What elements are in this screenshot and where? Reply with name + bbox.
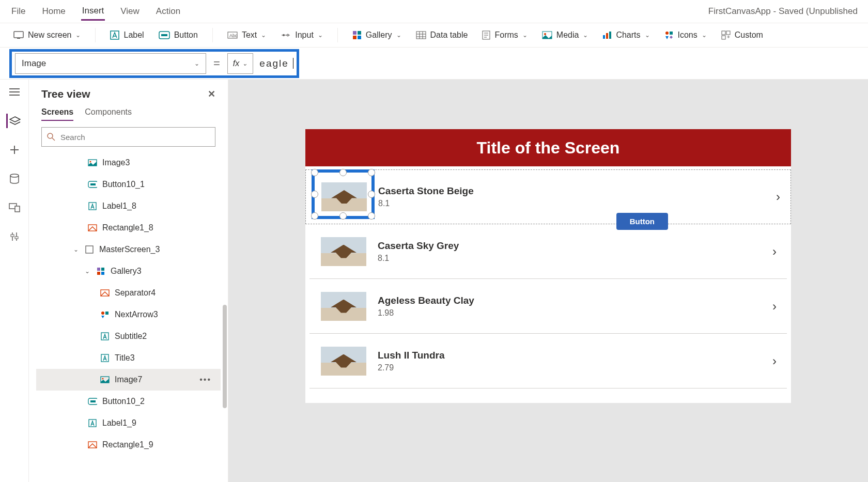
tools-icon bbox=[10, 231, 19, 242]
menu-file[interactable]: File bbox=[10, 3, 26, 20]
rect-icon bbox=[88, 440, 97, 449]
svg-rect-27 bbox=[609, 32, 611, 39]
button-button[interactable]: Button bbox=[159, 30, 198, 40]
svg-point-28 bbox=[665, 32, 669, 35]
separator bbox=[95, 28, 96, 42]
rail-hamburger[interactable] bbox=[7, 85, 22, 99]
tree-item-label: Separator4 bbox=[115, 288, 156, 298]
tab-components[interactable]: Components bbox=[85, 107, 132, 121]
rail-media[interactable] bbox=[7, 200, 22, 215]
chevron-down-icon: ⌄ bbox=[396, 32, 401, 39]
svg-point-8 bbox=[283, 34, 285, 36]
formula-input[interactable]: eagle bbox=[259, 57, 293, 69]
rail-data[interactable] bbox=[7, 172, 22, 186]
rail-insert[interactable] bbox=[7, 143, 22, 157]
search-input[interactable] bbox=[60, 133, 210, 142]
gallery-row[interactable]: Caserta Sky Grey8.1› bbox=[309, 224, 787, 279]
custom-icon: + bbox=[721, 30, 731, 40]
tree-item-button10_2[interactable]: Button10_2 bbox=[36, 391, 221, 412]
menu-home[interactable]: Home bbox=[41, 3, 66, 20]
tab-screens[interactable]: Screens bbox=[41, 107, 73, 121]
chevron-down-icon: ⌄ bbox=[645, 32, 650, 39]
tree-item-nextarrow3[interactable]: NextArrow3 bbox=[36, 304, 221, 325]
tree-item-label1_9[interactable]: Label1_9 bbox=[36, 412, 221, 434]
svg-rect-0 bbox=[14, 32, 23, 38]
tree-item-gallery3[interactable]: ⌄Gallery3 bbox=[36, 260, 221, 282]
svg-rect-10 bbox=[353, 31, 357, 35]
data-table-button[interactable]: Data table bbox=[416, 30, 468, 40]
property-value: Image bbox=[22, 58, 46, 69]
chevron-down-icon: ⌄ bbox=[75, 32, 81, 39]
tree-item-label: Label1_9 bbox=[102, 418, 136, 428]
svg-point-24 bbox=[544, 33, 546, 35]
tree-item-label1_8[interactable]: Label1_8 bbox=[36, 195, 221, 217]
text-label: Text bbox=[242, 30, 257, 40]
new-screen-button[interactable]: New screen ⌄ bbox=[13, 30, 81, 40]
screen-title-bar: Title of the Screen bbox=[305, 129, 791, 166]
svg-rect-55 bbox=[97, 268, 100, 271]
tree-item-separator4[interactable]: Separator4 bbox=[36, 282, 221, 304]
chevron-right-icon[interactable]: › bbox=[772, 354, 777, 368]
tree-item-label: Label1_8 bbox=[102, 201, 136, 211]
icons-icon bbox=[664, 30, 674, 40]
menu-insert[interactable]: Insert bbox=[81, 3, 105, 21]
formula-highlight: Image ⌄ = fx ⌄ eagle bbox=[9, 49, 299, 78]
property-selector[interactable]: Image ⌄ bbox=[15, 53, 206, 74]
canvas-button[interactable]: Button bbox=[616, 213, 668, 230]
tree-item-label: Button10_2 bbox=[102, 397, 145, 406]
table-icon bbox=[416, 31, 426, 39]
selection-highlight bbox=[312, 169, 375, 219]
menu-view[interactable]: View bbox=[119, 3, 141, 20]
tree-item-label: Button10_1 bbox=[102, 180, 145, 189]
chevron-down-icon: ⌄ bbox=[583, 32, 588, 39]
chevron-right-icon[interactable]: › bbox=[776, 190, 780, 204]
app-canvas[interactable]: Title of the Screen Caserta Stone Beige8… bbox=[305, 129, 791, 403]
data-table-label: Data table bbox=[430, 30, 468, 40]
icons-dropdown[interactable]: Icons ⌄ bbox=[664, 30, 707, 40]
tree-item-subtitle2[interactable]: Subtitle2 bbox=[36, 325, 221, 347]
gallery-row[interactable]: Lush II Tundra2.79› bbox=[309, 334, 787, 388]
tree-item-masterscreen_3[interactable]: ⌄MasterScreen_3 bbox=[36, 239, 221, 260]
media-dropdown[interactable]: Media ⌄ bbox=[542, 30, 588, 40]
custom-button[interactable]: + Custom bbox=[721, 30, 763, 40]
chevron-down-icon: ⌄ bbox=[261, 32, 266, 39]
tree-item-rectangle1_8[interactable]: Rectangle1_8 bbox=[36, 217, 221, 239]
svg-text:+: + bbox=[727, 34, 730, 40]
app-title: FirstCanvasApp - Saved (Unpublished bbox=[708, 6, 858, 17]
text-dropdown[interactable]: Abc Text ⌄ bbox=[227, 30, 266, 40]
forms-dropdown[interactable]: Forms ⌄ bbox=[482, 30, 527, 40]
row-image bbox=[321, 237, 366, 266]
input-dropdown[interactable]: Input ⌄ bbox=[281, 30, 323, 40]
tree-item-rectangle1_9[interactable]: Rectangle1_9 bbox=[36, 434, 221, 456]
separator bbox=[337, 28, 338, 42]
svg-rect-29 bbox=[670, 32, 673, 35]
scrollbar-thumb[interactable] bbox=[223, 305, 227, 408]
rail-tree-view[interactable] bbox=[6, 114, 21, 128]
gallery-row[interactable]: Ageless Beauty Clay1.98› bbox=[309, 279, 787, 334]
button-icon bbox=[88, 180, 97, 189]
formula-bar: Image ⌄ = fx ⌄ eagle bbox=[0, 48, 868, 80]
svg-rect-41 bbox=[15, 206, 20, 212]
search-box[interactable] bbox=[41, 127, 215, 147]
label-button[interactable]: Label bbox=[110, 30, 144, 40]
menu-bar-items: File Home Insert View Action bbox=[10, 3, 181, 21]
database-icon bbox=[10, 174, 19, 184]
chevron-right-icon[interactable]: › bbox=[772, 244, 777, 259]
rail-tools[interactable] bbox=[7, 229, 22, 244]
svg-rect-54 bbox=[86, 246, 93, 253]
tree-item-button10_1[interactable]: Button10_1 bbox=[36, 174, 221, 195]
row-subtitle: 8.1 bbox=[378, 254, 459, 263]
fx-button[interactable]: fx ⌄ bbox=[227, 53, 253, 74]
tree-item-title3[interactable]: Title3 bbox=[36, 347, 221, 369]
charts-dropdown[interactable]: Charts ⌄ bbox=[602, 30, 649, 40]
chevron-right-icon[interactable]: › bbox=[772, 299, 777, 314]
menu-action[interactable]: Action bbox=[155, 3, 181, 20]
more-icon[interactable]: ••• bbox=[199, 375, 211, 384]
charts-label: Charts bbox=[616, 30, 640, 40]
tree-item-image3[interactable]: Image3 bbox=[36, 152, 221, 174]
gallery-dropdown[interactable]: Gallery ⌄ bbox=[352, 30, 401, 40]
tree-item-image7[interactable]: Image7••• bbox=[36, 369, 221, 391]
menu-bar: File Home Insert View Action FirstCanvas… bbox=[0, 0, 868, 23]
gallery-row[interactable]: Caserta Stone Beige8.1› bbox=[305, 169, 791, 224]
close-icon[interactable]: ✕ bbox=[208, 88, 215, 100]
